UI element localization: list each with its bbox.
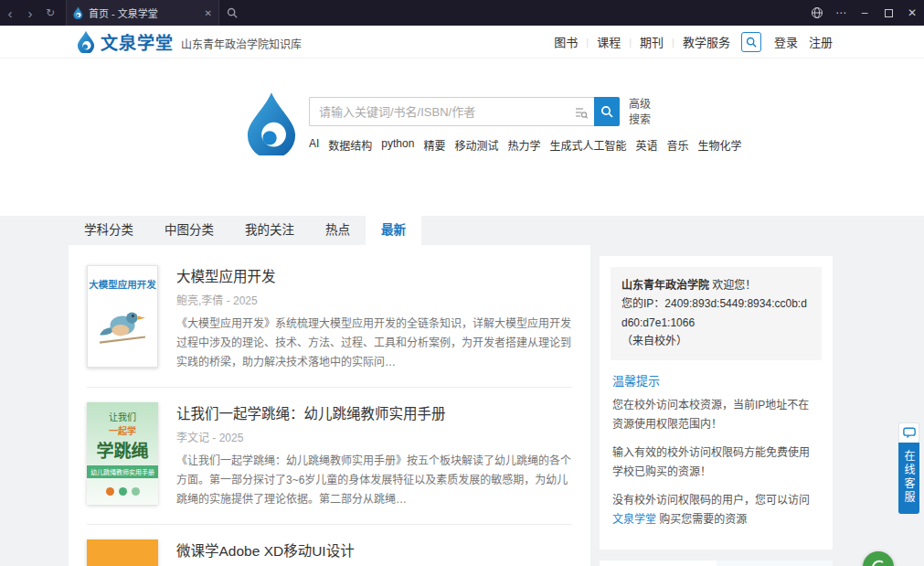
minimize-button[interactable]: – xyxy=(853,0,876,26)
school-name: 山东青年政治学院 xyxy=(621,279,709,292)
site-subtitle: 山东青年政治学院知识库 xyxy=(181,36,302,51)
book-item: 微课学Adobe XD 移动UI设计 微课学Adobe XD移动UI设计 高鹏 … xyxy=(87,525,572,566)
sidebar: 山东青年政治学院 欢迎您！ 您的IP：2409:893d:5449:8934:c… xyxy=(600,256,833,566)
network-globe-icon[interactable] xyxy=(805,0,829,26)
ip-note: （来自校外） xyxy=(621,332,811,350)
nav-separator: | xyxy=(629,37,632,48)
access-tabs: CARSI访问 校外访问 xyxy=(600,561,833,566)
forward-button[interactable]: › xyxy=(20,0,40,26)
advanced-search-link[interactable]: 高级搜索 xyxy=(629,97,654,126)
magnifier-icon xyxy=(227,7,238,18)
keyword-link[interactable]: 生物化学 xyxy=(697,137,741,153)
book-title[interactable]: 大模型应用开发 xyxy=(176,265,572,285)
favicon-icon xyxy=(73,6,83,19)
site-logo[interactable]: 文泉学堂 xyxy=(77,29,174,54)
book-title[interactable]: 微课学Adobe XD移动UI设计 xyxy=(176,539,572,560)
magnifier-icon xyxy=(600,105,613,118)
nav-courses[interactable]: 课程 xyxy=(597,33,621,50)
welcome-card: 山东青年政治学院 欢迎您！ 您的IP：2409:893d:5449:8934:c… xyxy=(600,256,833,550)
accessibility-widget[interactable] xyxy=(863,551,894,566)
logo-drop-icon xyxy=(77,30,95,53)
book-description: 《让我们一起学跳绳：幼儿跳绳教师实用手册》按五个板块解读了幼儿跳绳的各个方面。第… xyxy=(176,452,572,509)
tab-subject-classification[interactable]: 学科分类 xyxy=(69,216,149,245)
tips-paragraph: 输入有效的校外访问权限码方能免费使用学校已购买的资源！ xyxy=(612,443,820,482)
book-author: 李文记 - 2025 xyxy=(176,429,572,444)
browser-tab[interactable]: 首页 - 文泉学堂 ✕ xyxy=(66,0,219,26)
maximize-button[interactable] xyxy=(876,0,900,26)
header-search-button[interactable] xyxy=(741,32,761,52)
header-nav: 图书 | 课程 | 期刊 | 教学服务 登录 注册 xyxy=(554,32,833,52)
tab-latest[interactable]: 最新 xyxy=(366,216,421,245)
book-item: 大模型应用开发 大模型应用开发 鲍亮,李倩 - 2025 《大模型应用开发》系统… xyxy=(87,251,572,388)
logo-text: 文泉学堂 xyxy=(101,29,174,54)
ip-label: 您的IP： xyxy=(621,297,664,310)
keyword-link[interactable]: 热力学 xyxy=(507,137,540,153)
tab-close-icon[interactable]: ✕ xyxy=(205,8,212,18)
accessibility-icon xyxy=(870,559,887,566)
welcome-box: 山东青年政治学院 欢迎您！ 您的IP：2409:893d:5449:8934:c… xyxy=(611,267,822,360)
nav-separator: | xyxy=(586,37,589,48)
keyword-link[interactable]: 音乐 xyxy=(666,137,688,153)
tab-offcampus-access[interactable]: 校外访问 xyxy=(717,561,834,566)
search-tab-button[interactable] xyxy=(219,0,245,26)
back-button[interactable]: ‹ xyxy=(0,0,20,26)
hot-keywords: AI 数据结构 python 精要 移动测试 热力学 生成式人工智能 英语 音乐… xyxy=(309,137,742,153)
more-menu-button[interactable]: ⋯ xyxy=(829,0,853,26)
book-description: 《大模型应用开发》系统梳理大模型应用开发的全链条知识，详解大模型应用开发过程中涉… xyxy=(176,315,572,372)
hero-logo-icon xyxy=(245,91,298,159)
cover-text: 让我们 xyxy=(87,410,158,423)
tab-hot[interactable]: 热点 xyxy=(310,216,366,245)
nav-journals[interactable]: 期刊 xyxy=(640,33,664,50)
access-card: CARSI访问 校外访问 在校外访问时，使用本校CARSI账户登录，即可免费使用… xyxy=(600,561,833,566)
search-box xyxy=(309,97,594,126)
category-tabs: 学科分类 中图分类 我的关注 热点 最新 xyxy=(69,216,833,245)
tips-paragraph: 没有校外访问权限码的用户，您可以访问 文泉学堂 购买您需要的资源 xyxy=(612,491,820,529)
book-item: 让我们 一起学 学跳绳 幼儿跳绳教师实用手册 让我们一起学跳绳：幼儿跳绳教师实用… xyxy=(87,388,572,525)
keyword-link[interactable]: python xyxy=(381,137,414,153)
keyword-link[interactable]: 移动测试 xyxy=(454,137,498,153)
keyword-link[interactable]: 英语 xyxy=(635,137,657,153)
book-cover[interactable]: 让我们 一起学 学跳绳 幼儿跳绳教师实用手册 xyxy=(87,402,158,505)
greeting-text: 欢迎您！ xyxy=(712,279,756,292)
keyword-link[interactable]: 精要 xyxy=(423,137,445,153)
tips-paragraph: 您在校外访问本校资源，当前IP地址不在资源使用权限范围内！ xyxy=(612,396,820,434)
cover-title: 大模型应用开发 xyxy=(88,277,157,291)
cover-text: 学跳绳 xyxy=(87,437,158,462)
register-link[interactable]: 注册 xyxy=(809,33,833,50)
book-author: 鲍亮,李倩 - 2025 xyxy=(176,292,572,307)
tab-title: 首页 - 文泉学堂 xyxy=(89,5,199,20)
magnifier-icon xyxy=(746,37,757,48)
close-button[interactable]: ✕ xyxy=(900,0,924,26)
search-submit-button[interactable] xyxy=(594,97,620,126)
login-link[interactable]: 登录 xyxy=(774,33,798,50)
book-cover[interactable]: 微课学Adobe XD 移动UI设计 xyxy=(87,539,158,566)
online-service-label: 在线客服 xyxy=(901,450,917,505)
tips-title: 温馨提示 xyxy=(612,371,820,389)
site-header: 文泉学堂 山东青年政治学院知识库 图书 | 课程 | 期刊 | 教学服务 登录 … xyxy=(0,26,924,59)
cover-text: 一起学 xyxy=(87,423,158,437)
online-service-widget[interactable]: 在线客服 xyxy=(898,422,919,514)
book-title[interactable]: 让我们一起学跳绳：幼儿跳绳教师实用手册 xyxy=(176,402,572,422)
refresh-button[interactable]: ↻ xyxy=(40,0,60,26)
bird-illustration xyxy=(98,304,147,349)
book-cover[interactable]: 大模型应用开发 xyxy=(87,265,158,368)
wenquan-link[interactable]: 文泉学堂 xyxy=(612,513,656,526)
tab-clc-classification[interactable]: 中图分类 xyxy=(149,216,229,245)
keyword-link[interactable]: 数据结构 xyxy=(328,137,372,153)
book-list: 大模型应用开发 大模型应用开发 鲍亮,李倩 - 2025 《大模型应用开发》系统… xyxy=(69,245,590,566)
nav-teaching-services[interactable]: 教学服务 xyxy=(683,33,730,50)
hero-section: 高级搜索 AI 数据结构 python 精要 移动测试 热力学 生成式人工智能 … xyxy=(0,59,924,216)
nav-books[interactable]: 图书 xyxy=(554,33,578,50)
search-input[interactable] xyxy=(310,105,594,119)
tips-section: 温馨提示 您在校外访问本校资源，当前IP地址不在资源使用权限范围内！ 输入有效的… xyxy=(600,371,833,550)
browser-titlebar: ‹ › ↻ 首页 - 文泉学堂 ✕ ⋯ – ✕ xyxy=(0,0,924,26)
tab-my-follows[interactable]: 我的关注 xyxy=(229,216,310,245)
cover-subtitle: 幼儿跳绳教师实用手册 xyxy=(87,465,158,478)
search-options-icon[interactable] xyxy=(575,106,588,123)
tab-carsi-access[interactable]: CARSI访问 xyxy=(600,561,717,566)
keyword-link[interactable]: AI xyxy=(309,137,319,153)
nav-separator: | xyxy=(672,37,674,48)
chat-bubble-icon xyxy=(898,422,919,443)
cover-decoration xyxy=(87,487,158,496)
keyword-link[interactable]: 生成式人工智能 xyxy=(549,137,626,153)
